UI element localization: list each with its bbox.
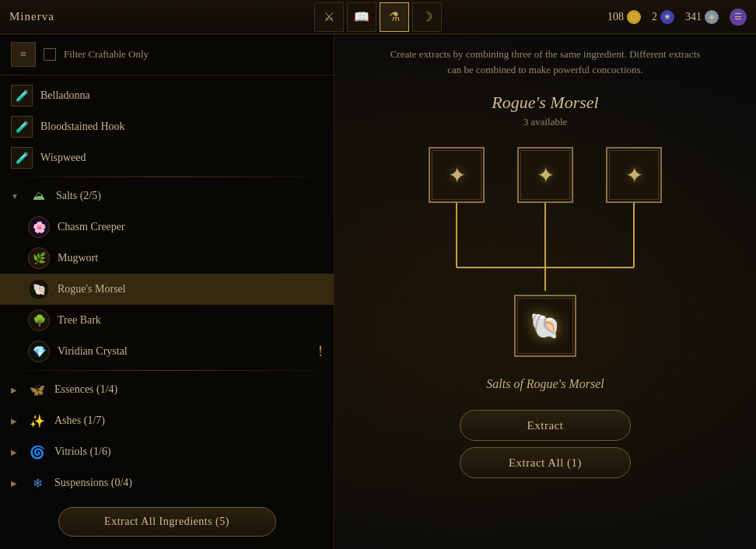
silver-icon: ◈ (705, 10, 719, 24)
top-nav: ⚔ 📖 ⚗ ☽ (314, 2, 442, 32)
ashes-label: Ashes (1/7) (54, 414, 105, 427)
suspensions-label: Suspensions (0/4) (54, 477, 132, 489)
item-belladonna[interactable]: 🧪 Belladonna (0, 80, 334, 111)
belladonna-icon: 🧪 (11, 85, 33, 107)
gold-icon: ⬡ (627, 10, 641, 24)
result-label: Salts of Rogue's Morsel (486, 377, 604, 391)
extract-all-ingredients-button[interactable]: Extract All Ingredients (5) (58, 507, 276, 537)
hook-icon: 🧪 (11, 116, 33, 138)
item-mugwort[interactable]: 🌿 Mugwort (0, 243, 334, 274)
ingredient-slot-1: ✦ (429, 147, 485, 203)
divider-1 (0, 177, 334, 177)
essences-icon: 🦋 (28, 380, 47, 399)
gold-value: 108 (607, 11, 624, 23)
salts-arrow: ▼ (11, 192, 19, 201)
extract-all-button[interactable]: Extract All (1) (460, 447, 631, 478)
rogues-morsel-icon: 🐚 (28, 278, 50, 300)
sort-button[interactable]: ≡ (11, 42, 36, 67)
slot-3-icon: ✦ (625, 163, 643, 188)
nav-helmet[interactable]: ⚔ (314, 2, 344, 32)
divider-2 (0, 370, 334, 371)
viridian-crystal-label: Viridian Crystal (58, 345, 310, 358)
extract-label: Extract (527, 419, 564, 432)
chasm-creeper-label: Chasm Creeper (58, 221, 323, 233)
suspensions-arrow: ▶ (11, 479, 17, 488)
belladonna-label: Belladonna (40, 89, 323, 102)
recipe-title: Rogue's Morsel (492, 93, 598, 113)
star-icon: ★ (660, 10, 674, 24)
silver-stat: 341 ◈ (685, 10, 719, 24)
filter-checkbox[interactable] (44, 48, 56, 61)
vitriols-icon: 🌀 (28, 442, 47, 461)
item-rogues-morsel[interactable]: 🐚 Rogue's Morsel (0, 274, 334, 305)
vitriols-arrow: ▶ (11, 448, 17, 456)
viridian-crystal-icon: 💎 (28, 341, 50, 362)
recipe-available: 3 available (523, 116, 568, 128)
result-slot: 🐚 (514, 295, 576, 357)
suspensions-icon: ❄ (28, 474, 47, 492)
rogues-morsel-label: Rogue's Morsel (58, 283, 323, 295)
category-salts[interactable]: ▼ ⛰ Salts (2/5) (0, 180, 334, 212)
star-stat: 2 ★ (652, 10, 674, 24)
salts-icon: ⛰ (30, 187, 48, 205)
chasm-creeper-icon: 🌸 (28, 216, 50, 238)
silver-value: 341 (685, 11, 702, 23)
essences-arrow: ▶ (11, 386, 17, 394)
app-title: Minerva (9, 10, 54, 23)
filter-label[interactable]: Filter Craftable Only (64, 48, 149, 61)
ingredient-list: 🧪 Belladonna 🧪 Bloodstained Hook 🧪 Wispw… (0, 75, 334, 503)
star-value: 2 (652, 11, 657, 23)
ingredient-slot-2: ✦ (517, 147, 573, 203)
category-vitriols[interactable]: ▶ 🌀 Vitriols (1/6) (0, 436, 334, 467)
warning-icon: ! (318, 344, 323, 360)
ashes-icon: ✨ (28, 411, 47, 430)
item-chasm-creeper[interactable]: 🌸 Chasm Creeper (0, 212, 334, 243)
left-panel: ≡ Filter Craftable Only 🧪 Belladonna 🧪 B… (0, 34, 334, 549)
category-suspensions[interactable]: ▶ ❄ Suspensions (0/4) (0, 467, 334, 498)
slot-1-icon: ✦ (448, 163, 466, 188)
mugwort-icon: 🌿 (28, 247, 50, 269)
tree-bark-icon: 🌳 (28, 309, 50, 331)
vitriols-label: Vitriols (1/6) (54, 446, 111, 458)
salts-label: Salts (2/5) (56, 190, 101, 202)
slot-2-icon: ✦ (537, 163, 555, 188)
extract-all-label: Extract All (1) (509, 456, 582, 470)
menu-icon[interactable]: ☰ (730, 9, 747, 26)
nav-moon[interactable]: ☽ (412, 2, 442, 32)
essences-label: Essences (1/4) (54, 383, 117, 396)
nav-potion[interactable]: ⚗ (380, 2, 409, 32)
ashes-arrow: ▶ (11, 417, 17, 425)
result-icon: 🐚 (530, 311, 561, 341)
item-tree-bark[interactable]: 🌳 Tree Bark (0, 305, 334, 336)
nav-book[interactable]: 📖 (347, 2, 376, 32)
top-bar: Minerva ⚔ 📖 ⚗ ☽ 108 ⬡ 2 ★ 341 ◈ ☰ (0, 0, 756, 34)
wispweed-label: Wispweed (40, 152, 323, 164)
ingredient-slot-3: ✦ (606, 147, 662, 203)
item-viridian-crystal[interactable]: 💎 Viridian Crystal ! (0, 336, 334, 367)
extract-button[interactable]: Extract (460, 410, 631, 441)
action-buttons: Extract Extract All (1) (460, 410, 631, 478)
gold-stat: 108 ⬡ (607, 10, 641, 24)
crafting-diagram: ✦ ✦ ✦ 🐚 (421, 147, 670, 365)
panel-header: ≡ Filter Craftable Only (0, 34, 334, 75)
right-panel: Create extracts by combining three of th… (334, 34, 756, 549)
stats-area: 108 ⬡ 2 ★ 341 ◈ ☰ (607, 9, 747, 26)
mugwort-label: Mugwort (58, 252, 323, 264)
hook-label: Bloodstained Hook (40, 121, 323, 133)
wispweed-icon: 🧪 (11, 147, 33, 169)
item-bloodstained-hook[interactable]: 🧪 Bloodstained Hook (0, 111, 334, 142)
ingredient-slots: ✦ ✦ ✦ (421, 147, 670, 203)
category-ashes[interactable]: ▶ ✨ Ashes (1/7) (0, 405, 334, 436)
item-wispweed[interactable]: 🧪 Wispweed (0, 142, 334, 173)
recipe-description: Create extracts by combining three of th… (390, 47, 701, 77)
category-essences[interactable]: ▶ 🦋 Essences (1/4) (0, 374, 334, 405)
tree-bark-label: Tree Bark (58, 314, 323, 327)
extract-all-ingredients-label: Extract All Ingredients (5) (104, 516, 229, 528)
